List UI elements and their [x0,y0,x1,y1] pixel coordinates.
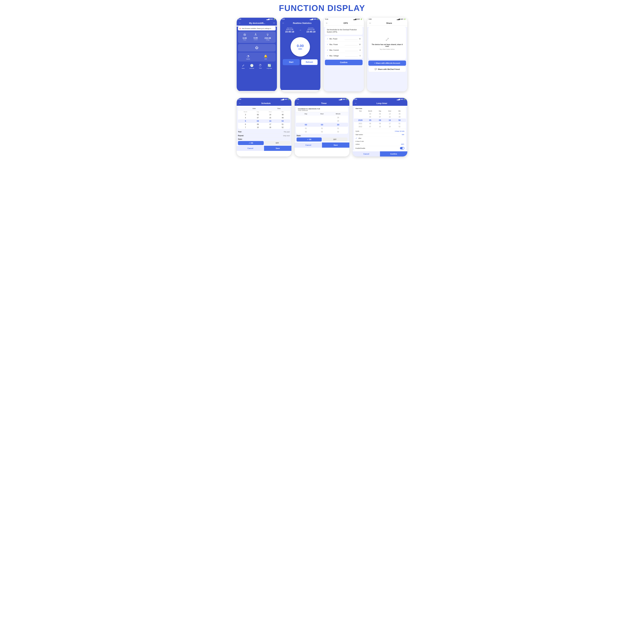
sch-r1-c2: 15 [264,117,276,119]
back-button-s3[interactable]: ← [326,22,328,24]
sch-active-c3: 50 [276,120,289,122]
schedule-row-0: 3 06 14 48 [238,113,290,116]
start-button[interactable]: Start [283,59,300,65]
schedule-repeat-value: Only once [283,135,290,137]
timer-nav-item[interactable]: ⏱ Timer [259,64,262,69]
min-power-input[interactable] [345,38,358,40]
timer-save-btn[interactable]: Save [322,142,349,148]
timer-row-4: 02 02 32 [296,130,348,133]
tmr-r1-c0 [298,120,314,122]
back-button-s2[interactable]: ← [282,22,285,24]
current-icon: Ã [254,33,258,36]
s4-ewelink-btn[interactable]: + Share with eWeLink Account [368,61,406,66]
lt-start-action-row[interactable]: Start action: ON › [354,133,406,136]
nav-icon-s1[interactable]: ··· [273,22,275,24]
timer-cancel-btn[interactable]: Cancel [295,142,322,148]
max-power-input[interactable] [345,43,358,45]
lt-active-c1: 05 [365,119,375,121]
lt-enable-label: Enable/Disable [355,147,400,149]
tmr-r3-c2: 31 [330,128,346,129]
back-button-schedule[interactable]: ← [239,102,241,105]
s1-power-button[interactable]: ⏻ [238,44,276,52]
timer-scroll[interactable]: 28 29 00 00 30 01 01 31 [296,116,348,134]
statistic-icon-item[interactable]: ◔ Statistic [246,54,250,60]
s2-start-time: 15:45:18 [285,30,294,33]
back-button-s1[interactable]: ← [239,22,241,24]
lt-r3-c4: 51 [395,123,404,124]
sch-active-c2: 16 [264,120,276,122]
max-current-check: ✓ [327,49,328,51]
s2-end-date: 2020.5.08 [306,29,315,30]
sch-r4-c2: 18 [264,127,276,128]
sch-r3-c3: 51 [276,123,289,125]
lt-cancel-btn[interactable]: Cancel [353,151,380,156]
sch-r0-c1: 06 [252,114,264,116]
max-voltage-unit: V [360,55,361,57]
schedule-on-btn[interactable]: ✓ ON [238,141,264,145]
s3-max-voltage-row: ✓ Max. Voltage V [325,53,363,58]
nav-title-schedule: Schedule [242,102,289,104]
screen-loop-timer: 4:50 ▂▄▆WiFi🔋 ← Loop timer Start time Ye… [353,98,407,156]
timer-card: Countdown to: 2020-05-08 17:20 Timer:30M… [296,107,348,134]
max-voltage-input[interactable] [345,55,358,57]
lt-footer: Cancel Confirm [353,151,407,156]
power-label: Power [243,39,247,40]
s1-metrics-card: W̃ 0.00 Power Ã 0.00 Current V̂ 232.08 V… [238,31,276,43]
s1-voltage: V̂ 232.08 Voltage [265,33,271,40]
back-button-lt[interactable]: ← [355,102,357,105]
schedule-save-btn[interactable]: Save [264,146,291,151]
share-nav-item[interactable]: ⤢ Share [242,64,245,69]
sch-r1-c3: 49 [276,117,289,119]
s3-confirm-button[interactable]: Confirm [325,60,363,65]
timer-on-label: ON [309,139,311,140]
timer-countdown: Countdown to: 2020-05-08 17:20 Timer:30M… [296,107,348,112]
max-current-input[interactable] [345,49,358,51]
lt-r3-c0: 2021 [355,123,365,124]
lt-active-c0: 2020 [355,119,365,121]
back-button-timer[interactable]: ← [297,102,299,105]
loop-timer-nav-item[interactable]: 🔄 Loop timer [267,64,272,69]
lt-after-check-row: ✓ After: [354,136,406,140]
s2-end-block: End time 2020.5.08 15:45:19 [306,27,315,33]
schedule-off-btn[interactable]: OFF [264,141,290,145]
lt-action-row[interactable]: Action: OFF › [354,143,406,146]
refresh-button[interactable]: Refresh [301,59,318,65]
s3-max-power-row: ✓ Max. Power W [325,42,363,47]
lt-r0-c3: 14 [385,113,395,115]
timer-on-btn[interactable]: ✓ ON [297,137,322,142]
lt-col-day: Day [375,110,385,112]
lt-r3-c1: 06 [365,123,375,124]
lt-active-c4: 50 [395,119,404,121]
schedule-label: Schedule [249,68,254,69]
schedule-body: Date Time Month Day Hour Min 3 06 14 48 … [237,107,291,145]
back-button-s4[interactable]: ← [369,22,372,24]
loop-timer-icon: 🔄 [267,64,272,67]
schedule-on-check: ✓ [249,142,250,144]
s3-max-current-row: ✓ Max. Current A [325,47,363,53]
s1-body: ⊗ New firmware available. Please go to s… [237,27,277,91]
statistic-icon: ◔ [246,54,250,58]
timer-off-btn[interactable]: OFF [322,137,347,142]
schedule-year-row[interactable]: Year: This year › [238,130,290,134]
schedule-nav-item[interactable]: 🕐 Schedule [249,64,254,69]
max-power-label: Max. Power [329,44,344,45]
voltage-label: Voltage [265,39,271,40]
lt-body: Start time Year Month Day Hour Min 03 06… [353,107,407,150]
lt-confirm-btn[interactable]: Confirm [380,151,407,156]
nav-bar-s1: ← My devicesbf8... ··· [237,20,277,26]
ops-icon-item[interactable]: 🔔 OPS [264,54,267,60]
screen-timer: 4:50 ▂▄▆WiFi🔋 ← Timer Countdown to: 2020… [295,98,349,156]
tmr-r0-c2: 28 [330,117,346,118]
sch-r1-c0: 4 [239,117,252,119]
s2-kwh-value: 0.00 [297,44,304,48]
schedule-cancel-btn[interactable]: Cancel [237,146,264,151]
lt-card: Start time Year Month Day Hour Min 03 06… [354,107,406,150]
schedule-repeat-row[interactable]: Repeat: Only once › [238,134,290,138]
status-time-schedule: 4:50 [238,99,241,100]
s1-power: W̃ 0.00 Power [243,33,247,40]
s4-wechat-btn[interactable]: 💬 Share with WeChat Friend [368,66,406,72]
lt-enable-toggle[interactable] [400,147,404,149]
status-bar-schedule: 4:50 ▂▄▆WiFi🔋 [237,98,291,101]
status-icons-s4: ▂▄▆WiFi🔋 [397,18,406,20]
timer-label: Timer [259,68,262,69]
